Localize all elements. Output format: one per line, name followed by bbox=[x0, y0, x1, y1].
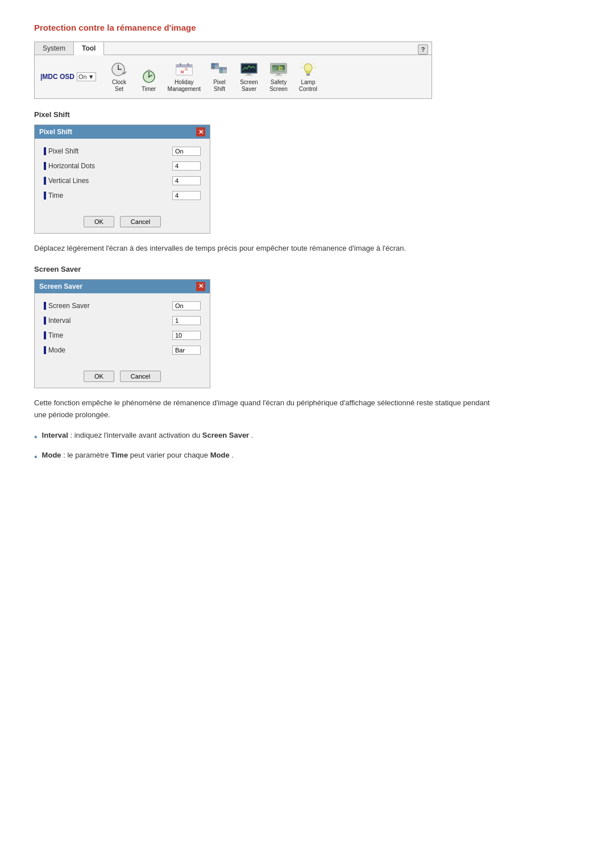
tab-tool[interactable]: Tool bbox=[74, 42, 104, 55]
vertical-lines-select[interactable]: 4 bbox=[172, 176, 201, 185]
page-title: Protection contre la rémanence d'image bbox=[34, 23, 580, 32]
screen-saver-row-3-control[interactable]: Bar Pixel Fade bbox=[172, 346, 201, 355]
svg-rect-44 bbox=[306, 73, 310, 74]
pixel-shift-row-3-control[interactable]: 4 bbox=[172, 191, 201, 200]
toolbar-item-lamp-control[interactable]: LampControl bbox=[294, 60, 322, 94]
screen-saver-icon bbox=[239, 61, 259, 78]
row-bar bbox=[44, 177, 46, 185]
screen-saver-row-3: Mode Bar Pixel Fade bbox=[44, 346, 201, 355]
mdc-osd-dropdown[interactable]: On ▼ bbox=[77, 72, 96, 81]
mdc-osd-label: |MDC OSD bbox=[40, 73, 74, 81]
pixel-shift-cancel-button[interactable]: Cancel bbox=[120, 216, 161, 227]
toolbar-body: |MDC OSD On ▼ bbox=[35, 55, 432, 98]
screen-saver-row-0-control[interactable]: On Off bbox=[172, 301, 201, 310]
row-bar bbox=[44, 147, 46, 155]
pixel-shift-row-3-label: Time bbox=[44, 192, 63, 200]
bold-interval: Interval bbox=[42, 431, 68, 439]
screen-saver-section-heading: Screen Saver bbox=[34, 265, 580, 273]
pixel-shift-titlebar: Pixel Shift ✕ bbox=[35, 125, 210, 139]
interval-select[interactable]: 1 bbox=[172, 316, 201, 325]
screen-saver-row-1-control[interactable]: 1 bbox=[172, 316, 201, 325]
screen-saver-titlebar: Screen Saver ✕ bbox=[35, 280, 210, 293]
svg-rect-27 bbox=[223, 67, 226, 69]
lamp-control-label: LampControl bbox=[299, 79, 317, 93]
svg-rect-22 bbox=[215, 63, 218, 65]
svg-point-43 bbox=[304, 64, 312, 72]
pixel-shift-footer: OK Cancel bbox=[35, 211, 210, 233]
svg-rect-24 bbox=[215, 66, 218, 69]
bold-mode-2: Mode bbox=[210, 451, 230, 459]
screen-saver-row-0-label: Screen Saver bbox=[44, 302, 90, 310]
row-bar bbox=[44, 192, 46, 200]
list-item: • Interval : indiquez l'intervalle avant… bbox=[34, 430, 500, 444]
horizontal-dots-select[interactable]: 4 bbox=[172, 161, 201, 171]
screen-saver-row-2-control[interactable]: 10 bbox=[172, 331, 201, 340]
help-button[interactable]: ? bbox=[418, 44, 428, 55]
pixel-shift-description: Déplacez légèrement l'écran à des interv… bbox=[34, 243, 500, 255]
screen-saver-row-0: Screen Saver On Off bbox=[44, 301, 201, 310]
pixel-shift-row-2-label: Vertical Lines bbox=[44, 177, 89, 185]
safety-screen-label: SafetyScreen bbox=[269, 79, 288, 93]
row-bar bbox=[44, 302, 46, 310]
screen-saver-close-button[interactable]: ✕ bbox=[196, 282, 205, 291]
row-bar bbox=[44, 331, 46, 339]
timer-icon bbox=[139, 68, 159, 85]
screen-saver-value-select[interactable]: On Off bbox=[172, 301, 201, 310]
toolbar-item-holiday[interactable]: HolidayManagement bbox=[164, 60, 204, 94]
bold-screen-saver: Screen Saver bbox=[202, 431, 249, 439]
pixel-shift-row-0-control[interactable]: On Off bbox=[172, 147, 201, 156]
screen-saver-row-2-label: Time bbox=[44, 331, 63, 339]
screen-saver-footer: OK Cancel bbox=[35, 366, 210, 388]
bullet-list: • Interval : indiquez l'intervalle avant… bbox=[34, 430, 500, 464]
screen-saver-ok-button[interactable]: OK bbox=[84, 371, 114, 382]
svg-line-46 bbox=[302, 63, 303, 64]
screen-saver-row-1-label: Interval bbox=[44, 317, 70, 325]
bullet-text-2-mid2: peut varier pour chaque bbox=[130, 451, 210, 459]
bold-time: Time bbox=[111, 451, 128, 459]
row-bar bbox=[44, 317, 46, 325]
svg-rect-33 bbox=[247, 73, 251, 75]
pixel-shift-ok-button[interactable]: OK bbox=[84, 216, 114, 227]
timer-label: Timer bbox=[142, 86, 156, 93]
holiday-icon bbox=[174, 61, 194, 78]
pixel-shift-row-2-control[interactable]: 4 bbox=[172, 176, 201, 185]
screen-saver-row-1: Interval 1 bbox=[44, 316, 201, 325]
mdc-osd-value: On bbox=[78, 73, 87, 80]
bullet-text-2: Mode : le paramètre Time peut varier pou… bbox=[42, 450, 234, 461]
toolbar-tabs: System Tool ? bbox=[35, 42, 432, 55]
screen-saver-dialog: Screen Saver ✕ Screen Saver On Off Inter… bbox=[34, 279, 210, 388]
toolbar-item-clock-set[interactable]: ClockSet bbox=[105, 60, 134, 94]
svg-rect-45 bbox=[306, 74, 310, 76]
screen-saver-label: ScreenSaver bbox=[240, 79, 258, 93]
lamp-control-icon bbox=[298, 61, 318, 78]
pixel-shift-row-1-control[interactable]: 4 bbox=[172, 161, 201, 171]
mdc-osd-group: |MDC OSD On ▼ bbox=[40, 72, 96, 81]
row-bar bbox=[44, 346, 46, 354]
toolbar-item-screen-saver[interactable]: ScreenSaver bbox=[235, 60, 263, 94]
svg-rect-41 bbox=[276, 73, 280, 75]
tab-system[interactable]: System bbox=[35, 42, 74, 55]
svg-rect-29 bbox=[223, 70, 226, 73]
toolbar-item-safety-screen[interactable]: SafetyScreen bbox=[264, 60, 293, 94]
mode-select[interactable]: Bar Pixel Fade bbox=[172, 346, 201, 355]
screen-saver-cancel-button[interactable]: Cancel bbox=[120, 371, 161, 382]
bullet-text-1-end: . bbox=[251, 431, 254, 439]
pixel-shift-close-button[interactable]: ✕ bbox=[196, 127, 205, 136]
time-select-ss[interactable]: 10 bbox=[172, 331, 201, 340]
svg-point-9 bbox=[148, 76, 150, 78]
screen-saver-dialog-body: Screen Saver On Off Interval 1 bbox=[35, 293, 210, 366]
clock-set-icon bbox=[109, 61, 130, 78]
toolbar-item-pixel-shift[interactable]: PixelShift bbox=[205, 60, 234, 94]
pixel-shift-value-select[interactable]: On Off bbox=[172, 147, 201, 156]
pixel-shift-row-0-label: Pixel Shift bbox=[44, 147, 78, 155]
bullet-dot: • bbox=[34, 430, 38, 444]
safety-screen-icon bbox=[268, 61, 289, 78]
screen-saver-dialog-title: Screen Saver bbox=[39, 283, 82, 290]
toolbar-item-timer[interactable]: Timer bbox=[135, 67, 163, 94]
time-select-ps[interactable]: 4 bbox=[172, 191, 201, 200]
row-bar bbox=[44, 162, 46, 170]
svg-point-4 bbox=[118, 69, 119, 70]
bullet-dot: • bbox=[34, 450, 38, 464]
pixel-shift-row-3: Time 4 bbox=[44, 191, 201, 200]
bold-mode: Mode bbox=[42, 451, 61, 459]
